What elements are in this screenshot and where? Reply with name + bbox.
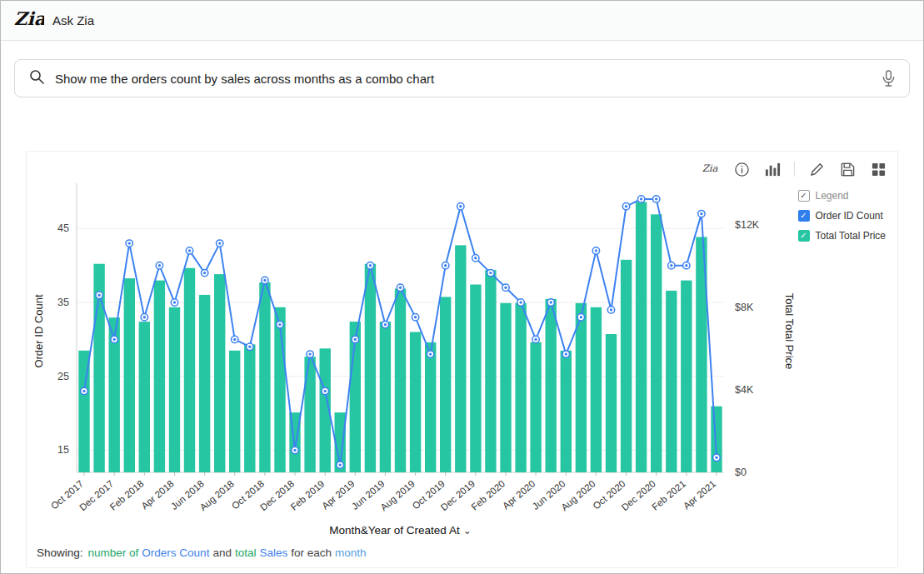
svg-text:15: 15: [57, 444, 69, 456]
svg-text:Feb 2019: Feb 2019: [289, 478, 327, 512]
showing-token[interactable]: number of: [88, 547, 139, 559]
showing-token: and: [212, 547, 232, 559]
legend-toggle[interactable]: Legend: [798, 190, 887, 202]
svg-text:45: 45: [57, 222, 69, 234]
page-title: Ask Zia: [52, 13, 94, 27]
legend-item-label: Order ID Count: [816, 210, 883, 222]
svg-text:Zia: Zia: [702, 162, 718, 174]
info-icon[interactable]: [732, 160, 751, 178]
chart-toolbar: Zia: [702, 160, 887, 178]
legend-title: Legend: [816, 190, 849, 202]
x-axis-title-dropdown[interactable]: Month&Year of Created At⌄: [77, 524, 724, 537]
showing-token: for each: [291, 547, 332, 559]
legend-item-order-id-count[interactable]: Order ID Count: [798, 210, 887, 222]
svg-text:$4K: $4K: [735, 384, 754, 396]
svg-text:25: 25: [57, 371, 69, 382]
showing-prefix: Showing:: [37, 547, 83, 559]
showing-line: Showing:number ofOrders CountandtotalSal…: [37, 547, 370, 559]
legend-item-label: Total Total Price: [816, 230, 887, 242]
svg-text:$0: $0: [735, 467, 747, 478]
svg-text:Aug 2020: Aug 2020: [559, 478, 597, 512]
svg-text:Feb 2018: Feb 2018: [108, 478, 146, 512]
left-axis-title: Order ID Count: [32, 277, 45, 386]
svg-text:Aug 2018: Aug 2018: [198, 478, 236, 512]
combo-chart[interactable]: 15253545$0$4K$8K$12KOct 2017Dec 2017Feb …: [39, 177, 785, 531]
showing-token[interactable]: Orders Count: [142, 547, 209, 559]
svg-text:Zia: Zia: [14, 7, 44, 28]
app-header: Zia Ask Zia: [1, 1, 923, 41]
zia-logo-icon: Zia: [12, 7, 44, 35]
svg-text:35: 35: [57, 297, 69, 308]
search-bar[interactable]: [14, 59, 910, 97]
x-axis-title: Month&Year of Created At: [329, 524, 459, 537]
chart-card: Zia: [26, 151, 898, 568]
search-icon: [28, 68, 45, 88]
order-id-count-checkbox[interactable]: [798, 210, 810, 222]
showing-token[interactable]: Sales: [259, 547, 287, 559]
svg-text:$8K: $8K: [735, 302, 754, 313]
ask-zia-window: Zia Ask Zia Zia: [0, 0, 924, 574]
microphone-icon[interactable]: [882, 69, 896, 87]
chart-type-icon[interactable]: [763, 160, 782, 178]
zia-insights-icon[interactable]: Zia: [702, 160, 720, 178]
search-input[interactable]: [55, 72, 872, 86]
legend-item-total-total-price[interactable]: Total Total Price: [798, 230, 887, 242]
legend-checkbox[interactable]: [798, 190, 810, 202]
svg-text:Feb 2020: Feb 2020: [469, 478, 507, 512]
showing-summary: number ofOrders CountandtotalSalesfor ea…: [88, 547, 370, 559]
showing-token[interactable]: month: [335, 547, 367, 559]
right-axis-title: Total Total Price: [783, 277, 796, 386]
edit-pencil-icon[interactable]: [807, 160, 826, 178]
showing-token[interactable]: total: [235, 547, 257, 559]
svg-text:$12K: $12K: [735, 219, 760, 231]
total-total-price-checkbox[interactable]: [798, 230, 810, 242]
legend-panel: Legend Order ID Count Total Total Price: [798, 190, 887, 250]
toolbar-divider: [794, 162, 795, 177]
svg-text:Apr 2021: Apr 2021: [682, 478, 717, 511]
svg-text:Aug 2019: Aug 2019: [378, 478, 416, 512]
save-icon[interactable]: [838, 160, 857, 178]
chevron-down-icon: ⌄: [463, 525, 472, 537]
svg-text:Feb 2021: Feb 2021: [650, 478, 687, 512]
add-to-dashboard-grid-icon[interactable]: [869, 160, 887, 178]
